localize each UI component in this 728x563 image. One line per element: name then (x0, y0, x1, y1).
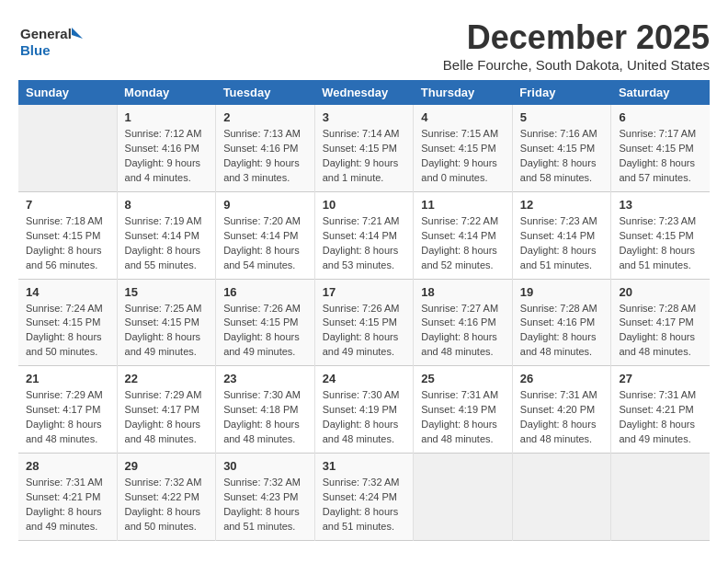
day-cell: 20Sunrise: 7:28 AMSunset: 4:17 PMDayligh… (611, 279, 710, 366)
day-number: 11 (421, 198, 505, 212)
day-cell: 18Sunrise: 7:27 AMSunset: 4:16 PMDayligh… (414, 279, 513, 366)
day-cell: 10Sunrise: 7:21 AMSunset: 4:14 PMDayligh… (314, 191, 414, 279)
logo: General Blue (18, 18, 83, 64)
day-number: 12 (520, 198, 604, 212)
day-cell: 29Sunrise: 7:32 AMSunset: 4:22 PMDayligh… (117, 454, 216, 541)
day-cell: 7Sunrise: 7:18 AMSunset: 4:15 PMDaylight… (18, 191, 117, 279)
svg-marker-2 (72, 28, 83, 39)
day-info: Sunrise: 7:30 AMSunset: 4:19 PMDaylight:… (323, 388, 406, 447)
day-cell: 17Sunrise: 7:26 AMSunset: 4:15 PMDayligh… (314, 279, 414, 366)
day-cell: 12Sunrise: 7:23 AMSunset: 4:14 PMDayligh… (512, 191, 611, 279)
day-info: Sunrise: 7:15 AMSunset: 4:15 PMDaylight:… (421, 127, 505, 186)
svg-text:General: General (20, 26, 72, 41)
week-row-3: 14Sunrise: 7:24 AMSunset: 4:15 PMDayligh… (18, 279, 710, 366)
day-number: 19 (520, 285, 604, 299)
day-number: 24 (323, 372, 406, 385)
day-number: 28 (26, 459, 109, 473)
day-cell: 15Sunrise: 7:25 AMSunset: 4:15 PMDayligh… (117, 279, 216, 366)
day-info: Sunrise: 7:29 AMSunset: 4:17 PMDaylight:… (26, 388, 109, 447)
col-header-friday: Friday (512, 80, 611, 105)
day-cell: 22Sunrise: 7:29 AMSunset: 4:17 PMDayligh… (117, 366, 216, 454)
day-number: 8 (125, 198, 209, 212)
day-cell: 25Sunrise: 7:31 AMSunset: 4:19 PMDayligh… (414, 366, 513, 454)
col-header-thursday: Thursday (414, 80, 513, 105)
day-info: Sunrise: 7:32 AMSunset: 4:22 PMDaylight:… (125, 476, 209, 534)
col-header-tuesday: Tuesday (216, 80, 315, 105)
day-cell: 23Sunrise: 7:30 AMSunset: 4:18 PMDayligh… (216, 366, 315, 454)
logo-svg: General Blue (18, 18, 83, 64)
day-info: Sunrise: 7:23 AMSunset: 4:15 PMDaylight:… (619, 214, 702, 273)
day-cell: 1Sunrise: 7:12 AMSunset: 4:16 PMDaylight… (117, 105, 216, 191)
day-info: Sunrise: 7:18 AMSunset: 4:15 PMDaylight:… (26, 214, 109, 273)
day-cell: 16Sunrise: 7:26 AMSunset: 4:15 PMDayligh… (216, 279, 315, 366)
day-number: 6 (619, 110, 702, 124)
header: General Blue December 2025 Belle Fourche… (18, 18, 710, 73)
day-cell: 24Sunrise: 7:30 AMSunset: 4:19 PMDayligh… (314, 366, 414, 454)
col-header-wednesday: Wednesday (314, 80, 414, 105)
day-cell: 26Sunrise: 7:31 AMSunset: 4:20 PMDayligh… (512, 366, 611, 454)
week-row-2: 7Sunrise: 7:18 AMSunset: 4:15 PMDaylight… (18, 191, 710, 279)
day-cell: 6Sunrise: 7:17 AMSunset: 4:15 PMDaylight… (611, 105, 710, 191)
day-number: 30 (223, 459, 307, 473)
day-number: 21 (26, 372, 109, 385)
day-cell: 2Sunrise: 7:13 AMSunset: 4:16 PMDaylight… (216, 105, 315, 191)
day-number: 15 (125, 285, 209, 299)
day-info: Sunrise: 7:26 AMSunset: 4:15 PMDaylight:… (223, 302, 307, 361)
day-info: Sunrise: 7:27 AMSunset: 4:16 PMDaylight:… (421, 302, 505, 361)
day-number: 4 (421, 110, 505, 124)
day-info: Sunrise: 7:28 AMSunset: 4:17 PMDaylight:… (619, 302, 702, 361)
day-info: Sunrise: 7:12 AMSunset: 4:16 PMDaylight:… (125, 127, 209, 186)
day-number: 9 (223, 198, 307, 212)
day-cell (414, 454, 513, 541)
day-info: Sunrise: 7:32 AMSunset: 4:24 PMDaylight:… (323, 476, 406, 534)
day-info: Sunrise: 7:25 AMSunset: 4:15 PMDaylight:… (125, 302, 209, 361)
calendar-table: SundayMondayTuesdayWednesdayThursdayFrid… (18, 80, 710, 541)
day-number: 5 (520, 110, 604, 124)
day-cell: 27Sunrise: 7:31 AMSunset: 4:21 PMDayligh… (611, 366, 710, 454)
day-number: 23 (223, 372, 307, 385)
day-cell: 13Sunrise: 7:23 AMSunset: 4:15 PMDayligh… (611, 191, 710, 279)
day-cell: 30Sunrise: 7:32 AMSunset: 4:23 PMDayligh… (216, 454, 315, 541)
day-number: 10 (323, 198, 406, 212)
subtitle: Belle Fourche, South Dakota, United Stat… (443, 57, 710, 73)
day-number: 18 (421, 285, 505, 299)
day-info: Sunrise: 7:31 AMSunset: 4:21 PMDaylight:… (619, 388, 702, 447)
day-cell: 19Sunrise: 7:28 AMSunset: 4:16 PMDayligh… (512, 279, 611, 366)
day-info: Sunrise: 7:14 AMSunset: 4:15 PMDaylight:… (323, 127, 406, 186)
col-header-saturday: Saturday (611, 80, 710, 105)
day-number: 29 (125, 459, 209, 473)
day-number: 3 (323, 110, 406, 124)
day-cell: 14Sunrise: 7:24 AMSunset: 4:15 PMDayligh… (18, 279, 117, 366)
week-row-1: 1Sunrise: 7:12 AMSunset: 4:16 PMDaylight… (18, 105, 710, 191)
header-row: SundayMondayTuesdayWednesdayThursdayFrid… (18, 80, 710, 105)
day-cell: 3Sunrise: 7:14 AMSunset: 4:15 PMDaylight… (314, 105, 414, 191)
day-number: 22 (125, 372, 209, 385)
day-number: 7 (26, 198, 109, 212)
day-info: Sunrise: 7:17 AMSunset: 4:15 PMDaylight:… (619, 127, 702, 186)
day-number: 20 (619, 285, 702, 299)
day-info: Sunrise: 7:22 AMSunset: 4:14 PMDaylight:… (421, 214, 505, 273)
day-number: 31 (323, 459, 406, 473)
day-cell: 21Sunrise: 7:29 AMSunset: 4:17 PMDayligh… (18, 366, 117, 454)
day-cell: 11Sunrise: 7:22 AMSunset: 4:14 PMDayligh… (414, 191, 513, 279)
day-info: Sunrise: 7:31 AMSunset: 4:21 PMDaylight:… (26, 476, 109, 534)
day-number: 17 (323, 285, 406, 299)
day-cell (512, 454, 611, 541)
day-number: 26 (520, 372, 604, 385)
day-info: Sunrise: 7:26 AMSunset: 4:15 PMDaylight:… (323, 302, 406, 361)
day-number: 13 (619, 198, 702, 212)
main-title: December 2025 (443, 18, 710, 57)
day-number: 25 (421, 372, 505, 385)
day-info: Sunrise: 7:28 AMSunset: 4:16 PMDaylight:… (520, 302, 604, 361)
day-info: Sunrise: 7:21 AMSunset: 4:14 PMDaylight:… (323, 214, 406, 273)
svg-text:Blue: Blue (20, 42, 51, 58)
day-cell: 8Sunrise: 7:19 AMSunset: 4:14 PMDaylight… (117, 191, 216, 279)
day-number: 1 (125, 110, 209, 124)
col-header-monday: Monday (117, 80, 216, 105)
day-info: Sunrise: 7:20 AMSunset: 4:14 PMDaylight:… (223, 214, 307, 273)
week-row-5: 28Sunrise: 7:31 AMSunset: 4:21 PMDayligh… (18, 454, 710, 541)
day-info: Sunrise: 7:23 AMSunset: 4:14 PMDaylight:… (520, 214, 604, 273)
day-cell (18, 105, 117, 191)
week-row-4: 21Sunrise: 7:29 AMSunset: 4:17 PMDayligh… (18, 366, 710, 454)
day-info: Sunrise: 7:31 AMSunset: 4:20 PMDaylight:… (520, 388, 604, 447)
